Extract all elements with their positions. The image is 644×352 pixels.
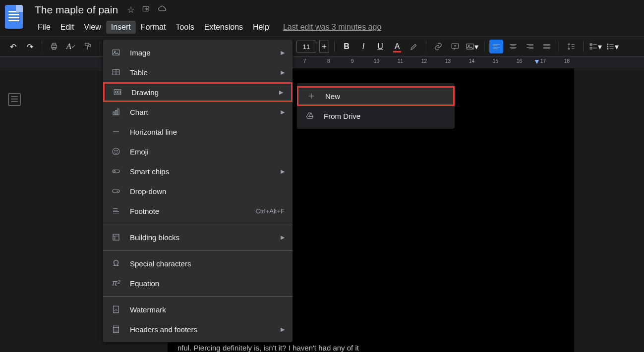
drawing-submenu: New From Drive [297,83,455,129]
insert-special-characters[interactable]: Ω Special characters [103,253,293,273]
menu-file[interactable]: File [33,21,56,34]
insert-horizontal-line[interactable]: Horizontal line [103,122,293,142]
insert-building-blocks[interactable]: Building blocks ▶ [103,227,293,247]
document-outline-button[interactable] [8,93,21,106]
menu-view[interactable]: View [79,21,106,34]
svg-point-22 [113,148,119,155]
svg-point-26 [114,171,116,172]
equation-icon: π² [111,278,121,288]
font-size-increase[interactable]: + [319,41,329,52]
plus-icon [306,91,316,101]
print-button[interactable] [47,40,61,53]
insert-equation[interactable]: π² Equation [103,273,293,293]
insert-dropdown[interactable]: Drop-down [103,181,293,201]
svg-rect-19 [113,112,115,115]
drawing-from-drive[interactable]: From Drive [297,106,455,126]
svg-rect-27 [113,190,119,193]
bulleted-list-button[interactable]: ▾ [605,40,619,53]
svg-rect-3 [53,48,56,50]
building-blocks-icon [111,232,121,242]
submenu-arrow-icon: ▶ [281,69,285,76]
menu-format[interactable]: Format [136,21,171,34]
underline-button[interactable]: U [373,40,387,53]
insert-comment-button[interactable] [448,40,462,53]
emoji-icon [111,147,121,156]
insert-smart-chips[interactable]: Smart chips ▶ [103,161,293,181]
insert-chart[interactable]: Chart ▶ [103,102,293,122]
insert-headers-footers[interactable]: Headers and footers ▶ [103,319,293,339]
svg-rect-21 [117,109,119,115]
spellcheck-button[interactable]: A✓ [64,40,78,53]
drawing-new[interactable]: New [297,86,455,106]
insert-watermark[interactable]: Watermark [103,300,293,319]
svg-rect-4 [85,43,89,46]
svg-point-12 [607,48,608,49]
insert-link-button[interactable] [431,40,445,53]
submenu-arrow-icon: ▶ [281,50,285,56]
insert-footnote[interactable]: Footnote Ctrl+Alt+F [103,201,293,221]
star-icon[interactable]: ☆ [127,4,135,15]
insert-menu-dropdown: Image ▶ Table ▶ Drawing ▶ Chart ▶ Horizo… [103,40,293,342]
svg-rect-29 [114,306,119,313]
submenu-arrow-icon: ▶ [279,89,283,96]
submenu-arrow-icon: ▶ [281,234,285,241]
insert-table[interactable]: Table ▶ [103,62,293,82]
checklist-button[interactable]: ▾ [588,40,602,53]
svg-rect-9 [590,48,592,50]
align-center-button[interactable] [506,40,520,53]
font-size-input[interactable] [296,41,316,52]
svg-point-24 [117,151,118,151]
table-icon [111,67,121,77]
svg-rect-2 [53,43,56,45]
undo-button[interactable]: ↶ [6,40,20,53]
document-text[interactable]: nful. Piercing definitely is, isn't it? … [177,344,359,352]
move-icon[interactable] [142,4,151,16]
smart-chips-icon [111,166,121,176]
document-title[interactable]: The maple of pain [33,3,120,17]
hline-icon [111,127,121,137]
redo-button[interactable]: ↷ [23,40,37,53]
bold-button[interactable]: B [340,40,353,53]
docs-logo[interactable] [5,5,23,29]
headers-footers-icon [111,324,121,334]
omega-icon: Ω [111,258,121,268]
align-right-button[interactable] [523,40,537,53]
svg-point-10 [607,44,608,45]
svg-rect-20 [116,110,117,115]
svg-point-17 [116,91,118,94]
cloud-status-icon[interactable] [158,4,167,16]
ruler[interactable]: 7 8 9 10 11 12 13 14 15 ▼ 16 17 18 [0,56,644,68]
menu-edit[interactable]: Edit [56,21,79,34]
align-justify-button[interactable] [540,40,554,53]
align-left-button[interactable] [489,40,503,53]
right-indent-marker[interactable]: ▼ [533,57,540,65]
submenu-arrow-icon: ▶ [281,109,285,115]
menu-extensions[interactable]: Extensions [199,21,248,34]
insert-image[interactable]: Image ▶ [103,43,293,62]
svg-point-11 [607,46,608,47]
insert-emoji[interactable]: Emoji [103,142,293,161]
insert-image-button[interactable]: ▾ [465,40,479,53]
paint-format-button[interactable] [81,40,95,53]
drawing-icon [113,87,122,97]
submenu-arrow-icon: ▶ [281,326,285,333]
svg-rect-18 [118,91,120,94]
menu-help[interactable]: Help [248,21,274,34]
insert-drawing[interactable]: Drawing ▶ [103,82,293,102]
italic-button[interactable]: I [356,40,370,53]
line-spacing-button[interactable] [564,40,578,53]
svg-rect-1 [52,45,57,48]
dropdown-icon [111,186,121,196]
svg-rect-28 [113,234,119,240]
highlight-button[interactable] [407,40,421,53]
chart-icon [111,107,121,117]
drive-icon [305,111,315,121]
submenu-arrow-icon: ▶ [281,168,285,175]
menu-insert[interactable]: Insert [106,21,136,34]
toolbar: ↶ ↷ A✓ + B I U A ▾ ▾ [0,37,644,56]
text-color-button[interactable]: A [390,40,404,53]
image-icon [111,48,121,57]
last-edit-link[interactable]: Last edit was 3 minutes ago [283,21,381,34]
menu-tools[interactable]: Tools [171,21,199,34]
footnote-icon [111,206,121,216]
